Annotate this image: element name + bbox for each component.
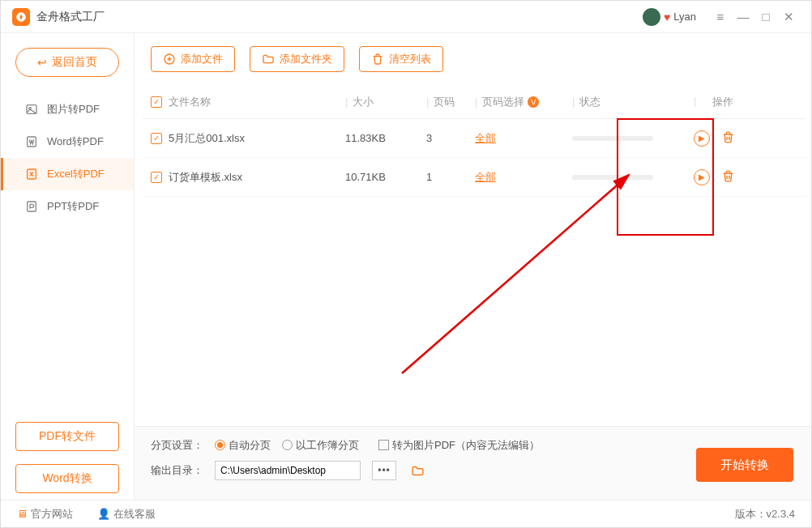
output-dir-label: 输出目录：	[151, 463, 203, 478]
ppt-icon	[24, 200, 39, 213]
app-title: 金舟格式工厂	[36, 10, 105, 24]
close-button[interactable]: ✕	[777, 10, 800, 24]
play-button[interactable]: ▶	[694, 169, 710, 185]
open-folder-button[interactable]	[411, 464, 425, 478]
back-label: 返回首页	[52, 55, 97, 70]
user-avatar[interactable]	[643, 8, 660, 26]
file-size: 10.71KB	[345, 171, 386, 183]
page-select-link[interactable]: 全部	[475, 171, 496, 183]
pdf-to-file-button[interactable]: PDF转文件	[15, 422, 119, 451]
file-pages: 3	[426, 132, 432, 144]
radio-workbook-label: 以工作簿分页	[296, 439, 359, 451]
col-pagesel-header: 页码选择	[482, 96, 524, 108]
start-convert-button[interactable]: 开始转换	[696, 448, 793, 482]
table-row: ✓ 5月汇总001.xlsx 11.83KB 3 全部 ▶	[143, 119, 806, 158]
add-file-button[interactable]: 添加文件	[151, 46, 235, 72]
online-service-label: 在线客服	[113, 508, 156, 520]
delete-row-button[interactable]	[721, 169, 735, 185]
minimize-button[interactable]: —	[732, 10, 754, 23]
sidebar: ↩ 返回首页 图片转PDF Word转PDF Excel转PDF PPT转PDF…	[1, 33, 135, 500]
clear-list-button[interactable]: 清空列表	[359, 46, 443, 72]
headset-icon: 👤	[97, 508, 110, 520]
trash-icon	[371, 53, 384, 66]
convert-label: 开始转换	[720, 458, 769, 473]
col-status-header: 状态	[579, 96, 600, 108]
file-name: 5月汇总001.xlsx	[169, 131, 245, 146]
word-convert-label: Word转换	[42, 471, 92, 486]
browse-button[interactable]: •••	[372, 461, 396, 480]
folder-icon	[262, 53, 275, 66]
official-site-link[interactable]: 🖥官方网站	[17, 507, 73, 522]
svg-rect-5	[28, 202, 36, 211]
add-folder-label: 添加文件夹	[280, 52, 332, 66]
table-header: ✓ 文件名称 |大小 |页码 |页码选择V |状态 |操作	[143, 85, 806, 119]
titlebar: 金舟格式工厂 ♥ Lyan ≡ — □ ✕	[1, 1, 811, 33]
file-pages: 1	[426, 171, 432, 183]
sidebar-item-label: PPT转PDF	[47, 199, 99, 214]
maximize-button[interactable]: □	[754, 10, 777, 23]
pdf-to-file-label: PDF转文件	[39, 429, 96, 444]
app-logo-icon	[12, 8, 30, 26]
output-dir-input[interactable]	[215, 461, 361, 480]
toolbar: 添加文件 添加文件夹 清空列表	[135, 33, 811, 79]
sidebar-item-label: 图片转PDF	[47, 102, 100, 117]
version-label: 版本：v2.3.4	[735, 507, 795, 522]
table-row: ✓ 订货单模板.xlsx 10.71KB 1 全部 ▶	[143, 158, 806, 197]
col-pages-header: 页码	[434, 96, 455, 108]
col-ops-header: 操作	[712, 95, 733, 109]
progress-bar	[572, 175, 653, 180]
statusbar: 🖥官方网站 👤在线客服 版本：v2.3.4	[1, 500, 811, 527]
checkbox-image-pdf[interactable]: 转为图片PDF（内容无法编辑）	[378, 438, 540, 453]
official-site-label: 官方网站	[31, 508, 73, 520]
sidebar-item-label: Excel转PDF	[47, 167, 105, 181]
excel-icon	[24, 168, 39, 181]
add-folder-button[interactable]: 添加文件夹	[250, 46, 344, 72]
file-name: 订货单模板.xlsx	[169, 170, 242, 185]
vip-badge-icon: V	[528, 96, 539, 108]
heart-icon: ♥	[664, 11, 670, 23]
sidebar-item-ppt-to-pdf[interactable]: PPT转PDF	[1, 190, 134, 223]
monitor-icon: 🖥	[17, 508, 28, 520]
col-name-header: 文件名称	[169, 95, 211, 109]
file-table: ✓ 文件名称 |大小 |页码 |页码选择V |状态 |操作 ✓ 5月汇总001.…	[143, 85, 806, 197]
add-file-label: 添加文件	[181, 52, 223, 66]
menu-button[interactable]: ≡	[709, 10, 732, 23]
word-convert-button[interactable]: Word转换	[15, 464, 119, 493]
delete-row-button[interactable]	[721, 130, 735, 147]
radio-auto-label: 自动分页	[229, 439, 271, 451]
progress-bar	[572, 136, 653, 141]
sidebar-item-excel-to-pdf[interactable]: Excel转PDF	[1, 158, 134, 190]
online-service-link[interactable]: 👤在线客服	[97, 507, 156, 522]
checkbox-image-pdf-label: 转为图片PDF（内容无法编辑）	[392, 439, 540, 451]
plus-circle-icon	[163, 53, 176, 66]
paging-label: 分页设置：	[151, 438, 203, 453]
file-size: 11.83KB	[345, 132, 386, 144]
sidebar-item-label: Word转PDF	[47, 134, 104, 149]
radio-workbook-paging[interactable]: 以工作簿分页	[282, 438, 359, 453]
username: Lyan	[673, 11, 696, 23]
sidebar-item-word-to-pdf[interactable]: Word转PDF	[1, 126, 134, 158]
sidebar-item-image-to-pdf[interactable]: 图片转PDF	[1, 93, 134, 126]
row-checkbox[interactable]: ✓	[151, 133, 162, 144]
row-checkbox[interactable]: ✓	[151, 172, 162, 183]
radio-auto-paging[interactable]: 自动分页	[215, 438, 271, 453]
back-arrow-icon: ↩	[37, 56, 47, 69]
select-all-checkbox[interactable]: ✓	[151, 96, 162, 108]
page-select-link[interactable]: 全部	[475, 132, 496, 144]
word-icon	[24, 135, 39, 148]
content: 添加文件 添加文件夹 清空列表 ✓ 文件名称 |大小 |页码 |页码选择V |状…	[135, 33, 811, 500]
back-home-button[interactable]: ↩ 返回首页	[15, 48, 119, 77]
play-button[interactable]: ▶	[694, 130, 710, 147]
clear-list-label: 清空列表	[389, 52, 431, 66]
image-icon	[24, 103, 39, 116]
col-size-header: 大小	[353, 96, 374, 108]
